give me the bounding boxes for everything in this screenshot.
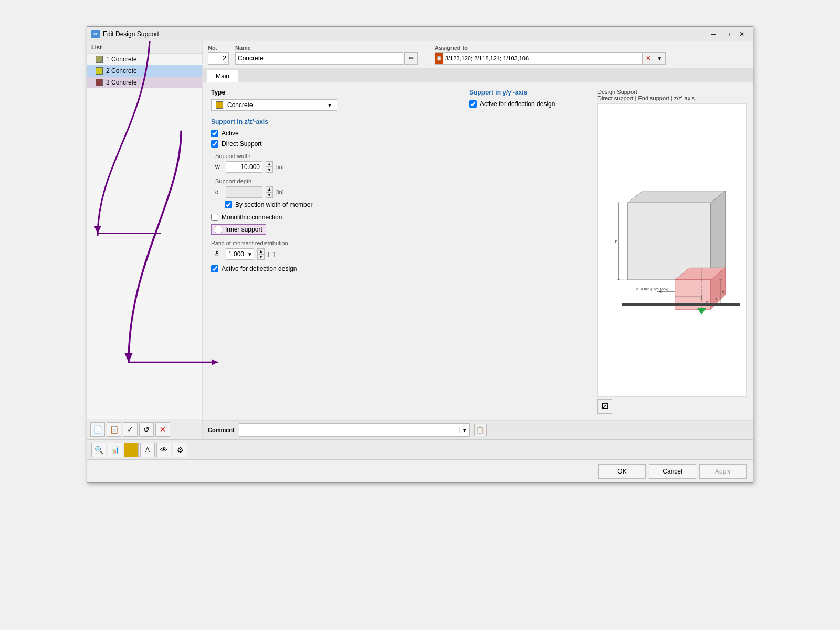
w-input[interactable]: [226, 161, 262, 173]
delta-var-label: δ: [215, 250, 223, 258]
sidebar: List 1 Concrete 2 Concrete 3 Concrete: [87, 41, 203, 439]
name-label: Name: [235, 45, 418, 51]
deflection-label: Active for deflection design: [222, 265, 297, 272]
direct-support-label: Direct Support: [222, 140, 262, 148]
color-tool-button[interactable]: [124, 443, 139, 457]
type-dropdown[interactable]: Concrete ▼: [211, 99, 337, 111]
comment-input[interactable]: [239, 426, 459, 434]
ratio-label: Ratio of moment redistribution: [211, 240, 456, 246]
svg-rect-17: [622, 303, 740, 306]
delta-up-button[interactable]: ▲: [257, 248, 265, 254]
w-var-label: w: [215, 163, 223, 171]
by-section-checkbox[interactable]: [225, 201, 232, 208]
d-down-button[interactable]: ▼: [266, 192, 273, 198]
comment-label: Comment: [208, 427, 235, 433]
w-unit-label: [in]: [276, 164, 284, 170]
no-label: No.: [208, 45, 229, 51]
refresh-button[interactable]: ↺: [139, 422, 154, 437]
type-label: Type: [211, 89, 456, 96]
d-up-button[interactable]: ▲: [266, 186, 273, 192]
delta-arrow-icon: ▼: [246, 251, 254, 257]
d-var-label: d: [215, 188, 223, 196]
right-diagram: Design Support Direct support | End supp…: [591, 82, 753, 420]
assigned-dropdown-button[interactable]: ▼: [654, 52, 666, 65]
type-value: Concrete: [227, 101, 327, 109]
window-title: Edit Design Support: [103, 30, 159, 38]
tab-main[interactable]: Main: [207, 70, 238, 82]
item-1-label: 1 Concrete: [106, 56, 137, 63]
list-item-2[interactable]: 2 Concrete: [87, 65, 202, 77]
close-button[interactable]: ✕: [735, 29, 749, 39]
svg-text:w: w: [706, 300, 709, 303]
cancel-button[interactable]: Cancel: [649, 464, 696, 479]
w-up-button[interactable]: ▲: [266, 161, 273, 167]
diagram-canvas: h a i = min {1/2h;1/2w}: [597, 103, 747, 397]
assigned-icon: 📋: [435, 52, 443, 65]
w-down-button[interactable]: ▼: [266, 167, 273, 173]
support-width-label: Support width: [215, 153, 456, 159]
edit-name-button[interactable]: ✏: [404, 52, 418, 65]
assigned-label: Assigned to: [435, 45, 666, 51]
diagram-svg: h a i = min {1/2h;1/2w}: [598, 104, 746, 396]
monolithic-checkbox[interactable]: [211, 214, 218, 221]
ok-button[interactable]: OK: [598, 464, 646, 479]
comment-dropdown-icon[interactable]: ▼: [459, 427, 469, 433]
delta-dropdown[interactable]: 1.000 ▼: [226, 248, 254, 260]
deflection-checkbox[interactable]: [211, 265, 218, 272]
bottom-toolbar: 🔍 📊 A 👁 ⚙: [87, 439, 753, 459]
table-tool-button[interactable]: 📊: [108, 443, 122, 457]
eye-tool-button[interactable]: 👁: [156, 443, 171, 457]
svg-marker-2: [627, 191, 725, 203]
d-spinner[interactable]: ▲ ▼: [266, 186, 273, 198]
svg-marker-30: [697, 308, 706, 314]
svg-text:i: i: [639, 288, 639, 291]
comment-input-wrap[interactable]: ▼: [239, 423, 470, 437]
window-icon: ✏: [91, 30, 100, 38]
d-input[interactable]: [226, 186, 262, 198]
active-label: Active: [222, 130, 239, 137]
comment-bar: Comment ▼ 📋: [203, 420, 753, 439]
svg-marker-3: [710, 191, 725, 280]
active-checkbox[interactable]: [211, 130, 218, 137]
sidebar-header: List: [87, 41, 202, 54]
add-button[interactable]: 📄: [90, 422, 105, 437]
yy-deflection-checkbox[interactable]: [469, 100, 477, 108]
settings-tool-button[interactable]: ⚙: [173, 443, 187, 457]
yy-deflection-label: Active for deflection design: [480, 100, 555, 108]
diagram-title-2: Direct support | End support | z/z'-axis: [597, 95, 747, 101]
check-button[interactable]: ✓: [123, 422, 138, 437]
label-tool-button[interactable]: A: [140, 443, 155, 457]
inner-support-checkbox[interactable]: [215, 226, 222, 233]
item-2-label: 2 Concrete: [106, 67, 137, 75]
direct-support-checkbox[interactable]: [211, 140, 218, 148]
delta-spinner[interactable]: ▲ ▼: [257, 248, 265, 260]
minimize-button[interactable]: ─: [707, 29, 720, 39]
delta-down-button[interactable]: ▼: [257, 254, 265, 260]
assigned-input[interactable]: [443, 52, 643, 65]
header-row: No. Name ✏ Assigned to 📋: [203, 41, 753, 68]
type-arrow-icon: ▼: [327, 102, 332, 108]
sidebar-list: 1 Concrete 2 Concrete 3 Concrete: [87, 54, 202, 236]
diagram-info-button[interactable]: 🖼: [597, 399, 612, 414]
svg-text:d: d: [722, 290, 724, 293]
delta-value: 1.000: [226, 249, 246, 259]
maximize-button[interactable]: □: [721, 29, 734, 39]
copy-button[interactable]: 📋: [107, 422, 121, 437]
search-tool-button[interactable]: 🔍: [91, 443, 106, 457]
diagram-title-1: Design Support: [597, 89, 747, 95]
w-spinner[interactable]: ▲ ▼: [266, 161, 273, 173]
svg-text:a: a: [636, 287, 638, 291]
item-3-label: 3 Concrete: [106, 79, 137, 86]
no-input[interactable]: [208, 52, 229, 65]
item-1-color: [96, 56, 103, 63]
inner-support-label: Inner support: [225, 226, 262, 233]
comment-copy-button[interactable]: 📋: [474, 424, 487, 436]
list-item-3[interactable]: 3 Concrete: [87, 77, 202, 88]
delta-unit-label: [--]: [268, 251, 275, 257]
delete-button[interactable]: ✕: [155, 422, 170, 437]
list-item-1[interactable]: 1 Concrete: [87, 54, 202, 65]
monolithic-label: Monolithic connection: [222, 214, 282, 221]
name-input[interactable]: [235, 52, 403, 65]
assigned-clear-button[interactable]: ✕: [643, 52, 654, 65]
apply-button[interactable]: Apply: [699, 464, 747, 479]
